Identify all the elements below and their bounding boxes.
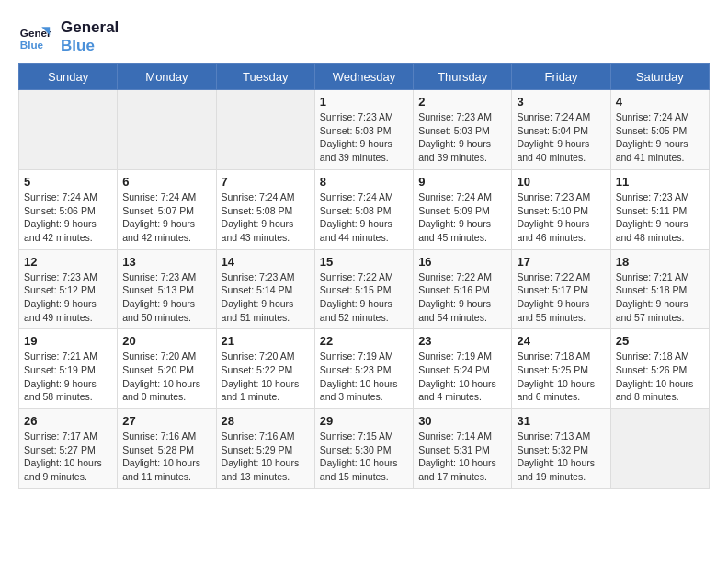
day-info: Sunrise: 7:23 AMSunset: 5:03 PMDaylight:… <box>320 110 408 165</box>
day-number: 3 <box>517 95 605 109</box>
day-info: Sunrise: 7:22 AMSunset: 5:17 PMDaylight:… <box>517 270 605 325</box>
calendar-cell: 31 Sunrise: 7:13 AMSunset: 5:32 PMDaylig… <box>512 409 610 489</box>
calendar-body: 1 Sunrise: 7:23 AMSunset: 5:03 PMDayligh… <box>19 90 710 489</box>
calendar-cell: 7 Sunrise: 7:24 AMSunset: 5:08 PMDayligh… <box>216 169 314 249</box>
day-number: 7 <box>222 175 310 189</box>
day-info: Sunrise: 7:18 AMSunset: 5:25 PMDaylight:… <box>517 350 605 404</box>
calendar-cell: 3 Sunrise: 7:24 AMSunset: 5:04 PMDayligh… <box>512 90 610 170</box>
day-info: Sunrise: 7:24 AMSunset: 5:04 PMDaylight:… <box>517 110 605 165</box>
day-info: Sunrise: 7:22 AMSunset: 5:16 PMDaylight:… <box>418 270 506 325</box>
day-number: 20 <box>122 334 210 348</box>
calendar-cell <box>216 90 314 170</box>
calendar-cell: 8 Sunrise: 7:24 AMSunset: 5:08 PMDayligh… <box>314 169 413 249</box>
calendar-table: SundayMondayTuesdayWednesdayThursdayFrid… <box>18 63 710 489</box>
day-number: 29 <box>320 414 408 428</box>
day-number: 10 <box>517 175 605 189</box>
calendar-cell: 10 Sunrise: 7:23 AMSunset: 5:10 PMDaylig… <box>512 169 610 249</box>
logo: General Blue General Blue <box>18 18 119 54</box>
day-info: Sunrise: 7:23 AMSunset: 5:11 PMDaylight:… <box>616 190 704 245</box>
calendar-cell: 16 Sunrise: 7:22 AMSunset: 5:16 PMDaylig… <box>414 249 512 329</box>
day-info: Sunrise: 7:23 AMSunset: 5:12 PMDaylight:… <box>24 270 112 325</box>
day-number: 4 <box>616 95 704 109</box>
logo-blue: Blue <box>61 37 119 55</box>
weekday-header-cell: Monday <box>118 64 216 90</box>
calendar-cell: 18 Sunrise: 7:21 AMSunset: 5:18 PMDaylig… <box>610 249 709 329</box>
calendar-cell: 2 Sunrise: 7:23 AMSunset: 5:03 PMDayligh… <box>414 90 512 170</box>
day-number: 15 <box>320 255 408 269</box>
day-number: 2 <box>418 95 506 109</box>
calendar-cell: 20 Sunrise: 7:20 AMSunset: 5:20 PMDaylig… <box>118 329 216 409</box>
day-number: 23 <box>418 334 506 348</box>
calendar-week-row: 19 Sunrise: 7:21 AMSunset: 5:19 PMDaylig… <box>19 329 710 409</box>
calendar-cell: 22 Sunrise: 7:19 AMSunset: 5:23 PMDaylig… <box>314 329 413 409</box>
day-info: Sunrise: 7:20 AMSunset: 5:22 PMDaylight:… <box>222 350 310 404</box>
calendar-cell: 9 Sunrise: 7:24 AMSunset: 5:09 PMDayligh… <box>414 169 512 249</box>
day-info: Sunrise: 7:20 AMSunset: 5:20 PMDaylight:… <box>122 350 210 404</box>
calendar-cell: 28 Sunrise: 7:16 AMSunset: 5:29 PMDaylig… <box>216 409 314 489</box>
day-info: Sunrise: 7:24 AMSunset: 5:06 PMDaylight:… <box>24 190 112 245</box>
weekday-header-cell: Friday <box>512 64 610 90</box>
day-number: 21 <box>222 334 310 348</box>
weekday-header-cell: Saturday <box>610 64 709 90</box>
weekday-header-cell: Wednesday <box>314 64 413 90</box>
day-number: 30 <box>418 414 506 428</box>
calendar-cell: 23 Sunrise: 7:19 AMSunset: 5:24 PMDaylig… <box>414 329 512 409</box>
day-info: Sunrise: 7:23 AMSunset: 5:13 PMDaylight:… <box>122 270 210 325</box>
day-info: Sunrise: 7:24 AMSunset: 5:07 PMDaylight:… <box>122 190 210 245</box>
weekday-header-cell: Sunday <box>19 64 118 90</box>
calendar-cell: 1 Sunrise: 7:23 AMSunset: 5:03 PMDayligh… <box>314 90 413 170</box>
day-info: Sunrise: 7:16 AMSunset: 5:28 PMDaylight:… <box>122 430 210 484</box>
calendar-week-row: 12 Sunrise: 7:23 AMSunset: 5:12 PMDaylig… <box>19 249 710 329</box>
weekday-header-cell: Tuesday <box>216 64 314 90</box>
calendar-cell: 17 Sunrise: 7:22 AMSunset: 5:17 PMDaylig… <box>512 249 610 329</box>
day-number: 9 <box>418 175 506 189</box>
calendar-cell: 29 Sunrise: 7:15 AMSunset: 5:30 PMDaylig… <box>314 409 413 489</box>
day-info: Sunrise: 7:21 AMSunset: 5:19 PMDaylight:… <box>24 350 112 404</box>
calendar-cell: 19 Sunrise: 7:21 AMSunset: 5:19 PMDaylig… <box>19 329 118 409</box>
day-info: Sunrise: 7:13 AMSunset: 5:32 PMDaylight:… <box>517 430 605 484</box>
logo-icon: General Blue <box>18 20 51 53</box>
day-info: Sunrise: 7:24 AMSunset: 5:05 PMDaylight:… <box>616 110 704 165</box>
calendar-week-row: 5 Sunrise: 7:24 AMSunset: 5:06 PMDayligh… <box>19 169 710 249</box>
day-info: Sunrise: 7:24 AMSunset: 5:09 PMDaylight:… <box>418 190 506 245</box>
day-number: 26 <box>24 414 112 428</box>
calendar-cell <box>118 90 216 170</box>
day-info: Sunrise: 7:24 AMSunset: 5:08 PMDaylight:… <box>222 190 310 245</box>
day-number: 31 <box>517 414 605 428</box>
calendar-cell: 25 Sunrise: 7:18 AMSunset: 5:26 PMDaylig… <box>610 329 709 409</box>
day-number: 17 <box>517 255 605 269</box>
day-info: Sunrise: 7:23 AMSunset: 5:14 PMDaylight:… <box>222 270 310 325</box>
day-info: Sunrise: 7:19 AMSunset: 5:23 PMDaylight:… <box>320 350 408 404</box>
calendar-cell: 4 Sunrise: 7:24 AMSunset: 5:05 PMDayligh… <box>610 90 709 170</box>
day-info: Sunrise: 7:14 AMSunset: 5:31 PMDaylight:… <box>418 430 506 484</box>
day-info: Sunrise: 7:15 AMSunset: 5:30 PMDaylight:… <box>320 430 408 484</box>
day-info: Sunrise: 7:18 AMSunset: 5:26 PMDaylight:… <box>616 350 704 404</box>
calendar-cell <box>19 90 118 170</box>
day-number: 8 <box>320 175 408 189</box>
calendar-cell: 13 Sunrise: 7:23 AMSunset: 5:13 PMDaylig… <box>118 249 216 329</box>
weekday-header-cell: Thursday <box>414 64 512 90</box>
calendar-cell: 11 Sunrise: 7:23 AMSunset: 5:11 PMDaylig… <box>610 169 709 249</box>
day-number: 13 <box>122 255 210 269</box>
calendar-cell: 27 Sunrise: 7:16 AMSunset: 5:28 PMDaylig… <box>118 409 216 489</box>
day-info: Sunrise: 7:23 AMSunset: 5:10 PMDaylight:… <box>517 190 605 245</box>
calendar-week-row: 26 Sunrise: 7:17 AMSunset: 5:27 PMDaylig… <box>19 409 710 489</box>
day-number: 19 <box>24 334 112 348</box>
day-info: Sunrise: 7:21 AMSunset: 5:18 PMDaylight:… <box>616 270 704 325</box>
day-number: 27 <box>122 414 210 428</box>
logo-general: General <box>61 18 119 37</box>
day-number: 25 <box>616 334 704 348</box>
calendar-cell: 26 Sunrise: 7:17 AMSunset: 5:27 PMDaylig… <box>19 409 118 489</box>
day-number: 18 <box>616 255 704 269</box>
calendar-cell: 24 Sunrise: 7:18 AMSunset: 5:25 PMDaylig… <box>512 329 610 409</box>
day-info: Sunrise: 7:23 AMSunset: 5:03 PMDaylight:… <box>418 110 506 165</box>
day-info: Sunrise: 7:22 AMSunset: 5:15 PMDaylight:… <box>320 270 408 325</box>
day-number: 5 <box>24 175 112 189</box>
calendar-cell: 5 Sunrise: 7:24 AMSunset: 5:06 PMDayligh… <box>19 169 118 249</box>
calendar-cell: 14 Sunrise: 7:23 AMSunset: 5:14 PMDaylig… <box>216 249 314 329</box>
day-number: 16 <box>418 255 506 269</box>
day-number: 11 <box>616 175 704 189</box>
day-number: 1 <box>320 95 408 109</box>
weekday-header-row: SundayMondayTuesdayWednesdayThursdayFrid… <box>19 64 710 90</box>
calendar-cell: 21 Sunrise: 7:20 AMSunset: 5:22 PMDaylig… <box>216 329 314 409</box>
